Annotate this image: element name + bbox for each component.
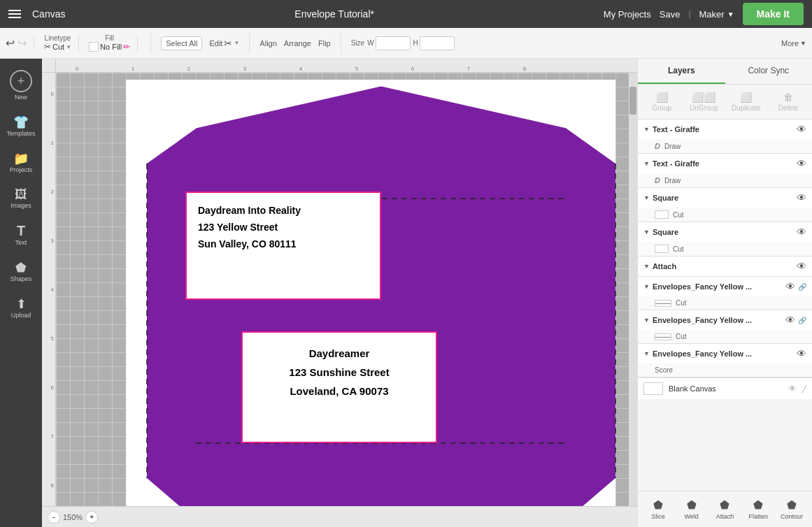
- layer-header-envelope-2[interactable]: ▼ Envelopes_Fancy Yellow ... 👁 🔗: [638, 310, 812, 330]
- w-label: W: [367, 39, 373, 47]
- header-title: Envelope Tutorial*: [76, 8, 592, 20]
- visibility-icon-7[interactable]: 👁: [785, 315, 795, 326]
- blank-canvas-visibility-icon[interactable]: 👁: [788, 384, 797, 394]
- more-label: More: [781, 39, 799, 48]
- group-button[interactable]: ⬜ Group: [642, 89, 681, 115]
- sidebar-item-upload[interactable]: ⬆ Upload: [3, 291, 39, 324]
- linetype-chevron: ▼: [66, 44, 71, 50]
- linetype-value[interactable]: Cut: [52, 43, 64, 51]
- redo-icon[interactable]: ↪: [17, 36, 27, 50]
- ungroup-button[interactable]: ⬜⬜ UnGroup: [684, 89, 723, 115]
- header-divider: |: [688, 9, 690, 19]
- visibility-icon-8[interactable]: 👁: [797, 348, 806, 359]
- layer-child-env-cut-2: Cut: [638, 330, 812, 343]
- layer-header-envelope-3[interactable]: ▼ Envelopes_Fancy Yellow ... 👁: [638, 344, 812, 363]
- visibility-icon-4[interactable]: 👁: [797, 226, 806, 238]
- canvas-content[interactable]: Daydream Into Reality 123 Yellow Street …: [56, 73, 629, 506]
- contour-label: Contour: [781, 513, 803, 520]
- linetype-group: Linetype ✂ Cut ▼: [44, 34, 79, 52]
- fill-pencil-icon[interactable]: ✏: [123, 42, 130, 52]
- layer-child-type-icon-1: D: [655, 142, 660, 150]
- layer-child-env-cut-1: Cut: [638, 296, 812, 310]
- sidebar-item-shapes[interactable]: ⬟ Shapes: [3, 254, 39, 288]
- menu-icon[interactable]: [8, 10, 21, 18]
- align-button[interactable]: Align: [259, 39, 276, 48]
- ruler-horizontal: 0 1 2 3 4 5 6 7 8: [56, 59, 637, 73]
- edit-chevron: ▼: [234, 40, 239, 46]
- layer-attach: ▼ Attach 👁: [638, 257, 812, 277]
- weld-label: Weld: [685, 513, 699, 520]
- blank-canvas-swatch: [643, 382, 663, 395]
- recipient-address-line3: Loveland, CA 90073: [254, 382, 425, 400]
- zoom-in-button[interactable]: +: [85, 511, 98, 524]
- duplicate-label: Duplicate: [732, 104, 761, 112]
- sidebar-item-templates[interactable]: 👕 Templates: [3, 109, 39, 143]
- duplicate-button[interactable]: ⬜ Duplicate: [727, 89, 766, 115]
- edit-icon[interactable]: ✂: [224, 38, 232, 49]
- recipient-address-box[interactable]: Daydreamer 123 Sunshine Street Loveland,…: [241, 331, 437, 443]
- size-label: Size: [351, 39, 364, 47]
- sidebar-images-label: Images: [10, 202, 31, 209]
- fill-value[interactable]: No Fill: [100, 43, 122, 51]
- make-it-button[interactable]: Make It: [743, 3, 804, 25]
- select-all-button[interactable]: Select All: [161, 36, 202, 50]
- arrow-icon-4: ▼: [643, 229, 650, 236]
- arrow-icon-2: ▼: [643, 160, 650, 167]
- scrollbar-thumb[interactable]: [629, 87, 636, 115]
- tab-layers[interactable]: Layers: [638, 59, 725, 84]
- visibility-icon-3[interactable]: 👁: [797, 192, 806, 203]
- layer-header-envelope-1[interactable]: ▼ Envelopes_Fancy Yellow ... 👁 🔗: [638, 277, 812, 296]
- group-label: Group: [652, 104, 671, 112]
- flatten-button[interactable]: ⬟ Flatten: [742, 496, 774, 523]
- layer-header-square-1[interactable]: ▼ Square 👁: [638, 188, 812, 208]
- sidebar-item-text[interactable]: T Text: [3, 217, 39, 252]
- layer-header-attach[interactable]: ▼ Attach 👁: [638, 257, 812, 276]
- tab-color-sync[interactable]: Color Sync: [725, 59, 813, 84]
- slice-label: Slice: [651, 513, 665, 520]
- flip-button[interactable]: Flip: [318, 39, 331, 48]
- canvas-area[interactable]: 0 1 2 3 4 5 6 7 8 0 1 2 3 4 5 6 7: [42, 59, 637, 527]
- layer-child-env-cut-label-1: Cut: [676, 299, 687, 307]
- layer-header-text-giraffe-1[interactable]: ▼ Text - Giraffe 👁: [638, 120, 812, 139]
- layer-child-draw-label-1: Draw: [664, 143, 681, 150]
- contour-button[interactable]: ⬟ Contour: [776, 496, 808, 523]
- arrow-icon-8: ▼: [643, 350, 650, 357]
- maker-dropdown[interactable]: Maker ▼: [699, 9, 734, 20]
- save-button[interactable]: Save: [660, 9, 681, 20]
- visibility-icon-6[interactable]: 👁: [785, 281, 795, 292]
- slice-button[interactable]: ⬟ Slice: [642, 496, 674, 523]
- return-address-box[interactable]: Daydream Into Reality 123 Yellow Street …: [185, 192, 381, 300]
- visibility-icon-5[interactable]: 👁: [797, 261, 806, 272]
- ruler-corner: [42, 59, 56, 73]
- layer-text-giraffe-1: ▼ Text - Giraffe 👁 D Draw: [638, 120, 812, 154]
- layer-header-text-giraffe-2[interactable]: ▼ Text - Giraffe 👁: [638, 154, 812, 173]
- fill-group: Fill No Fill ✏: [89, 34, 138, 52]
- contour-icon: ⬟: [787, 498, 797, 512]
- my-projects-link[interactable]: My Projects: [604, 9, 651, 20]
- undo-icon[interactable]: ↩: [6, 36, 15, 50]
- images-icon: 🖼: [15, 187, 27, 202]
- arrange-button[interactable]: Arrange: [284, 39, 311, 48]
- zoom-level[interactable]: 150%: [63, 513, 83, 521]
- zoom-controls: - 150% +: [48, 511, 98, 524]
- sidebar-item-images[interactable]: 🖼 Images: [3, 182, 39, 215]
- zoom-out-button[interactable]: -: [48, 511, 60, 524]
- layer-child-cut-2: Cut: [638, 242, 812, 256]
- layer-swatch-env-2: [655, 333, 671, 340]
- more-button[interactable]: More ▼: [781, 39, 806, 48]
- attach-label: Attach: [716, 513, 734, 520]
- visibility-icon-1[interactable]: 👁: [797, 124, 806, 135]
- layer-header-square-2[interactable]: ▼ Square 👁: [638, 222, 812, 242]
- shapes-icon: ⬟: [15, 260, 27, 275]
- sidebar-item-projects[interactable]: 📁 Projects: [3, 145, 39, 179]
- delete-button[interactable]: 🗑 Delete: [769, 89, 808, 115]
- text-icon: T: [17, 223, 25, 239]
- weld-button[interactable]: ⬟ Weld: [676, 496, 708, 523]
- height-input[interactable]: [420, 36, 455, 50]
- scrollbar-vertical[interactable]: [629, 73, 637, 506]
- attach-tool-button[interactable]: ⬟ Attach: [709, 496, 741, 523]
- width-input[interactable]: [376, 36, 411, 50]
- visibility-icon-2[interactable]: 👁: [797, 158, 806, 169]
- sidebar-item-new[interactable]: + New: [3, 64, 39, 106]
- edit-group: Edit ✂ ▼: [209, 38, 239, 49]
